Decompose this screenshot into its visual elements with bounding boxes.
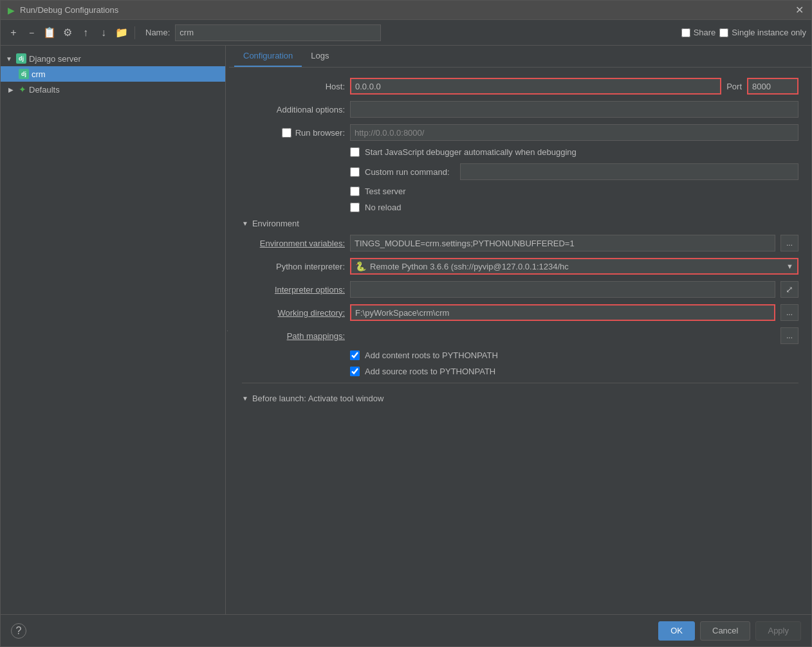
run-browser-checkbox[interactable] [282, 128, 291, 138]
interpreter-dropdown-icon: ▼ [786, 262, 793, 270]
test-server-checkbox[interactable] [350, 187, 360, 196]
run-browser-label: Run browser: [295, 128, 345, 138]
interpreter-options-row: Interpreter options: ⤢ [242, 281, 798, 298]
cancel-button[interactable]: Cancel [700, 621, 750, 641]
environment-section-header[interactable]: ▼ Environment [242, 219, 798, 228]
environment-arrow: ▼ [242, 220, 248, 227]
test-server-row: Test server [242, 187, 798, 196]
no-reload-label: No reload [365, 203, 401, 212]
test-server-label: Test server [365, 187, 406, 196]
no-reload-row: No reload [242, 203, 798, 212]
python-icon: 🐍 [355, 261, 366, 271]
interpreter-options-input[interactable] [350, 281, 775, 298]
settings-button[interactable]: ⚙ [60, 25, 75, 41]
add-source-roots-label: Add source roots to PYTHONPATH [365, 367, 495, 376]
help-button[interactable]: ? [11, 623, 26, 639]
python-interpreter-label: Python interpreter: [242, 262, 345, 271]
custom-run-checkbox[interactable] [350, 167, 360, 177]
title-icon: ▶ [6, 5, 16, 15]
custom-run-input[interactable] [460, 163, 799, 180]
working-dir-row: Working directory: ... [242, 304, 798, 321]
title-bar: ▶ Run/Debug Configurations ✕ [1, 1, 811, 20]
move-down-button[interactable]: ↓ [96, 25, 111, 41]
before-launch-section: ▼ Before launch: Activate tool window [242, 383, 798, 403]
main-content: ▼ dj Django server dj crm ▶ ✦ Defaults ·… [1, 46, 811, 614]
additional-options-row: Additional options: [242, 101, 798, 118]
defaults-arrow: ▶ [8, 86, 16, 93]
sidebar-section: ▼ dj Django server dj crm [1, 51, 225, 82]
share-checkbox[interactable] [681, 28, 690, 37]
django-icon: dj [16, 53, 26, 64]
custom-run-label: Custom run command: [365, 167, 450, 177]
working-dir-browse-btn[interactable]: ... [780, 304, 798, 321]
tabs: Configuration Logs [229, 46, 811, 68]
interpreter-text: 🐍 Remote Python 3.6.6 (ssh://pyvip@127.0… [355, 261, 569, 271]
django-server-label: Django server [29, 54, 81, 64]
host-label: Host: [242, 82, 345, 91]
name-label: Name: [145, 28, 170, 37]
before-launch-header[interactable]: ▼ Before launch: Activate tool window [242, 394, 798, 403]
move-up-button[interactable]: ↑ [78, 25, 93, 41]
toolbar: + − 📋 ⚙ ↑ ↓ 📁 Name: Share Single instanc… [1, 20, 811, 46]
collapse-arrow: ▼ [6, 55, 14, 62]
config-panel: Host: Port Additional options: Run brows… [229, 68, 811, 614]
share-area: Share Single instance only [681, 28, 806, 37]
run-debug-dialog: ▶ Run/Debug Configurations ✕ + − 📋 ⚙ ↑ ↓… [0, 0, 812, 647]
path-mappings-label: Path mappings: [242, 331, 345, 341]
python-interpreter-select[interactable]: 🐍 Remote Python 3.6.6 (ssh://pyvip@127.0… [350, 258, 798, 275]
port-input[interactable] [747, 78, 798, 95]
interpreter-options-expand-btn[interactable]: ⤢ [780, 281, 798, 298]
sidebar-item-crm[interactable]: dj crm [1, 66, 225, 82]
ok-button[interactable]: OK [658, 621, 695, 641]
env-vars-row: Environment variables: ... [242, 235, 798, 251]
single-instance-checkbox-label[interactable]: Single instance only [719, 28, 806, 37]
environment-title: Environment [252, 219, 299, 228]
before-launch-arrow: ▼ [242, 395, 248, 402]
additional-options-input[interactable] [350, 101, 798, 118]
folder-button[interactable]: 📁 [114, 25, 129, 41]
sidebar-defaults[interactable]: ▶ ✦ Defaults [1, 82, 225, 97]
js-debugger-checkbox[interactable] [350, 147, 360, 157]
js-debugger-label: Start JavaScript debugger automatically … [365, 147, 577, 157]
js-debugger-row: Start JavaScript debugger automatically … [350, 147, 798, 157]
tab-configuration[interactable]: Configuration [234, 46, 302, 67]
env-vars-browse-btn[interactable]: ... [780, 235, 798, 251]
single-instance-checkbox[interactable] [719, 28, 728, 37]
title-text: Run/Debug Configurations [20, 5, 118, 15]
add-content-roots-label: Add content roots to PYTHONPATH [365, 351, 498, 360]
working-dir-input[interactable] [350, 304, 775, 321]
add-button[interactable]: + [6, 25, 21, 41]
toolbar-separator [134, 26, 135, 39]
close-button[interactable]: ✕ [793, 4, 806, 16]
apply-button[interactable]: Apply [755, 621, 801, 641]
additional-options-label: Additional options: [242, 105, 345, 114]
path-mappings-row: Path mappings: ... [242, 327, 798, 344]
run-browser-input[interactable] [350, 124, 798, 141]
name-input[interactable] [175, 24, 381, 41]
copy-button[interactable]: 📋 [42, 25, 57, 41]
add-content-roots-row: Add content roots to PYTHONPATH [242, 351, 798, 360]
env-vars-label: Environment variables: [242, 239, 345, 248]
env-vars-input[interactable] [350, 235, 775, 251]
host-row: Host: Port [242, 78, 798, 95]
run-browser-row: Run browser: [242, 124, 798, 141]
python-interpreter-row: Python interpreter: 🐍 Remote Python 3.6.… [242, 258, 798, 275]
crm-django-icon: dj [19, 69, 29, 79]
sidebar: ▼ dj Django server dj crm ▶ ✦ Defaults [1, 46, 226, 614]
share-checkbox-label[interactable]: Share [681, 28, 716, 37]
defaults-icon: ✦ [19, 84, 26, 95]
host-input[interactable] [350, 78, 721, 95]
custom-run-row: Custom run command: [242, 163, 798, 180]
no-reload-checkbox[interactable] [350, 203, 360, 212]
django-server-group[interactable]: ▼ dj Django server [1, 51, 225, 66]
port-label: Port [726, 82, 742, 91]
add-content-roots-checkbox[interactable] [350, 351, 360, 360]
interpreter-options-label: Interpreter options: [242, 285, 345, 295]
defaults-label: Defaults [29, 85, 60, 95]
remove-button[interactable]: − [24, 25, 39, 41]
add-source-roots-checkbox[interactable] [350, 367, 360, 376]
add-source-roots-row: Add source roots to PYTHONPATH [242, 367, 798, 376]
path-mappings-btn[interactable]: ... [780, 327, 798, 344]
tab-logs[interactable]: Logs [302, 46, 338, 67]
before-launch-title: Before launch: Activate tool window [252, 394, 384, 403]
